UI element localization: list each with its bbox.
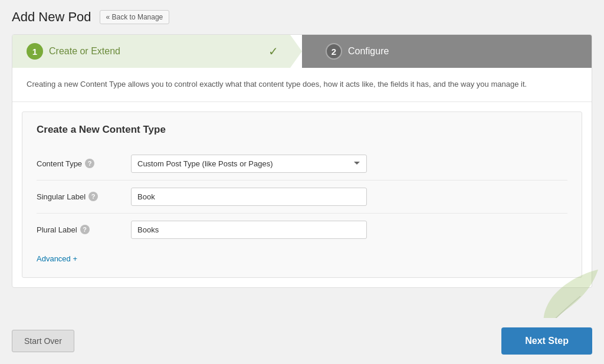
page-footer: Start Over Next Step bbox=[0, 318, 604, 364]
description-box: Creating a new Content Type allows you t… bbox=[12, 68, 592, 102]
singular-label-help-icon[interactable]: ? bbox=[88, 192, 98, 201]
plural-label-input[interactable] bbox=[131, 221, 367, 239]
step-tab-2: 2 Configure bbox=[302, 35, 592, 68]
advanced-link[interactable]: Advanced + bbox=[37, 254, 77, 263]
form-section: Create a New Content Type Content Type ?… bbox=[22, 112, 582, 278]
content-type-help-icon[interactable]: ? bbox=[85, 159, 94, 168]
description-text: Creating a new Content Type allows you t… bbox=[27, 78, 577, 91]
singular-label-label: Singular Label ? bbox=[37, 192, 131, 201]
plural-label-help-icon[interactable]: ? bbox=[80, 225, 90, 234]
step-tabs: 1 Create or Extend ✓ 2 Configure bbox=[12, 35, 592, 68]
step-number-2: 2 bbox=[326, 43, 342, 60]
plural-label-label: Plural Label ? bbox=[37, 225, 131, 234]
singular-label-row: Singular Label ? bbox=[37, 181, 567, 214]
singular-label-input[interactable] bbox=[131, 188, 367, 206]
content-type-label: Content Type ? bbox=[37, 159, 131, 168]
content-type-select[interactable]: Custom Post Type (like Posts or Pages) C… bbox=[131, 155, 367, 173]
plural-label-row: Plural Label ? bbox=[37, 214, 567, 246]
page-header: Add New Pod « Back to Manage bbox=[12, 9, 592, 25]
step-tab-1: 1 Create or Extend ✓ bbox=[12, 35, 302, 68]
step-checkmark-1: ✓ bbox=[268, 44, 278, 58]
page-title: Add New Pod bbox=[12, 9, 91, 25]
form-section-title: Create a New Content Type bbox=[37, 124, 567, 136]
step-label-1: Create or Extend bbox=[49, 46, 120, 57]
step-label-2: Configure bbox=[348, 46, 389, 57]
back-to-manage-button[interactable]: « Back to Manage bbox=[100, 10, 170, 24]
next-step-button[interactable]: Next Step bbox=[501, 327, 592, 355]
step-number-1: 1 bbox=[27, 43, 43, 60]
content-type-row: Content Type ? Custom Post Type (like Po… bbox=[37, 147, 567, 181]
main-card: 1 Create or Extend ✓ 2 Configure Creatin… bbox=[12, 34, 592, 288]
start-over-button[interactable]: Start Over bbox=[12, 330, 74, 352]
